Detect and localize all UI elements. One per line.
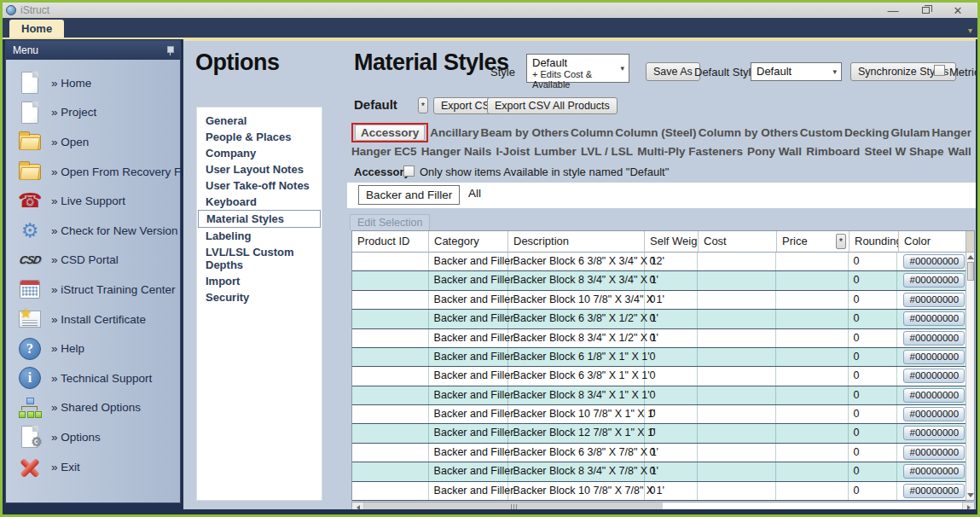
cell-cost[interactable] bbox=[698, 482, 776, 500]
cell-rounding[interactable]: 0 bbox=[849, 424, 898, 442]
cell-self_weight[interactable]: 0 bbox=[645, 348, 699, 366]
sidebar-item-open-recovery[interactable]: » Open From Recovery Files bbox=[6, 157, 180, 187]
cell-category[interactable]: Backer and Filler bbox=[429, 291, 508, 309]
table-row[interactable]: Backer and FillerBacker Block 6 3/8" X 1… bbox=[352, 367, 966, 386]
table-row[interactable]: Backer and FillerBacker Block 6 3/8" X 3… bbox=[352, 253, 966, 271]
cell-color[interactable]: #00000000 bbox=[897, 405, 966, 423]
category-tab-custom[interactable]: Custom bbox=[800, 126, 843, 139]
color-button[interactable]: #00000000 bbox=[903, 407, 965, 421]
category-tab-column-steel-[interactable]: Column (Steel) bbox=[615, 126, 696, 139]
cell-category[interactable]: Backer and Filler bbox=[429, 386, 508, 404]
options-item-keyboard[interactable]: Keyboard bbox=[197, 194, 322, 210]
cell-price[interactable] bbox=[776, 444, 849, 462]
options-item-import[interactable]: Import bbox=[197, 273, 322, 289]
category-tab-steel-w-shape[interactable]: Steel W Shape bbox=[864, 145, 943, 158]
save-as-button[interactable]: Save As bbox=[646, 62, 700, 81]
edit-selection-tab[interactable]: Edit Selection bbox=[350, 214, 430, 230]
options-item-security[interactable]: Security bbox=[197, 289, 322, 305]
options-item-user-take-off-notes[interactable]: User Take-off Notes bbox=[197, 177, 322, 194]
metric-checkbox[interactable] bbox=[934, 65, 945, 76]
export-csv-all-products-button[interactable]: Export CSV All Products bbox=[487, 97, 618, 114]
options-item-user-layout-notes[interactable]: User Layout Notes bbox=[197, 161, 322, 177]
cell-cost[interactable] bbox=[698, 424, 776, 442]
cell-rounding[interactable]: 0 bbox=[849, 482, 898, 500]
horizontal-scroll-thumb[interactable] bbox=[364, 502, 663, 509]
category-tab-rimboard[interactable]: Rimboard bbox=[806, 145, 860, 158]
cell-cost[interactable] bbox=[698, 291, 776, 309]
horizontal-scrollbar[interactable] bbox=[351, 502, 975, 509]
subtab-all[interactable]: All bbox=[468, 187, 481, 200]
sidebar-item-options[interactable]: ⚙» Options bbox=[6, 422, 180, 452]
scroll-up-icon[interactable] bbox=[967, 255, 974, 259]
options-item-labeling[interactable]: Labeling bbox=[197, 228, 322, 244]
color-button[interactable]: #00000000 bbox=[903, 311, 965, 326]
cell-price[interactable] bbox=[776, 482, 849, 500]
category-tab-pony-wall[interactable]: Pony Wall bbox=[747, 145, 802, 158]
category-tab-accessory[interactable]: Accessory bbox=[351, 123, 428, 142]
subtab-backer-and-filler[interactable]: Backer and Filler bbox=[358, 185, 460, 205]
cell-self_weight[interactable]: 0 bbox=[645, 271, 699, 289]
cell-color[interactable]: #00000000 bbox=[897, 310, 966, 328]
only-show-available-checkbox[interactable] bbox=[403, 166, 415, 177]
category-tab-hanger[interactable]: Hanger bbox=[931, 126, 971, 139]
cell-category[interactable]: Backer and Filler bbox=[429, 310, 508, 328]
sidebar-item-training-center[interactable]: » iStruct Training Center bbox=[6, 275, 180, 305]
cell-self_weight[interactable]: 0 bbox=[645, 253, 699, 270]
cell-description[interactable]: Backer Block 6 3/8" X 7/8" X 1' bbox=[508, 444, 645, 462]
cell-product_id[interactable] bbox=[352, 348, 429, 366]
table-row[interactable]: Backer and FillerBacker Block 8 3/4" X 3… bbox=[352, 271, 966, 290]
cell-cost[interactable] bbox=[698, 348, 776, 366]
style-dropdown[interactable]: Default + Edits Cost & Available ▾ bbox=[526, 54, 629, 83]
color-button[interactable]: #00000000 bbox=[903, 350, 965, 364]
cell-self_weight[interactable]: 0 bbox=[645, 405, 699, 423]
cell-category[interactable]: Backer and Filler bbox=[429, 405, 508, 423]
cell-product_id[interactable] bbox=[352, 291, 429, 309]
sidebar-item-home[interactable]: » Home bbox=[6, 68, 180, 98]
category-tab-wall[interactable]: Wall bbox=[948, 145, 971, 158]
table-row[interactable]: Backer and FillerBacker Block 8 3/4" X 7… bbox=[352, 462, 966, 481]
close-button[interactable]: ✕ bbox=[942, 3, 974, 18]
category-tab-hanger-nails[interactable]: Hanger Nails bbox=[421, 145, 492, 158]
column-header-color[interactable]: Color bbox=[899, 231, 967, 252]
cell-price[interactable] bbox=[776, 348, 849, 366]
price-star-button[interactable]: * bbox=[836, 234, 846, 249]
sidebar-item-shared-options[interactable]: » Shared Options bbox=[6, 393, 180, 423]
cell-rounding[interactable]: 0 bbox=[849, 291, 898, 309]
category-tab-column[interactable]: Column bbox=[571, 126, 613, 139]
cell-color[interactable]: #00000000 bbox=[897, 462, 966, 480]
cell-price[interactable] bbox=[776, 367, 849, 385]
restore-button[interactable] bbox=[909, 3, 942, 18]
sidebar-item-install-certificate[interactable]: ★» Install Certificate bbox=[6, 305, 180, 334]
options-item-material-styles[interactable]: Material Styles bbox=[198, 210, 321, 228]
cell-cost[interactable] bbox=[698, 253, 776, 270]
tab-home[interactable]: Home bbox=[9, 20, 64, 38]
cell-color[interactable]: #00000000 bbox=[897, 253, 966, 270]
cell-price[interactable] bbox=[776, 271, 849, 289]
ribbon-collapse-icon[interactable]: ▾ bbox=[968, 26, 972, 35]
color-button[interactable]: #00000000 bbox=[903, 293, 965, 307]
cell-description[interactable]: Backer Block 6 1/8" X 1" X 1' bbox=[508, 348, 645, 366]
vertical-scroll-thumb[interactable] bbox=[967, 262, 974, 281]
scroll-left-button[interactable] bbox=[352, 502, 364, 509]
category-tab-i-joist[interactable]: I-Joist bbox=[496, 145, 530, 158]
sidebar-item-csd-portal[interactable]: CSD» CSD Portal bbox=[6, 246, 180, 276]
cell-product_id[interactable] bbox=[352, 367, 429, 385]
cell-description[interactable]: Backer Block 12 7/8" X 1" X 1' bbox=[508, 424, 645, 442]
cell-category[interactable]: Backer and Filler bbox=[429, 482, 508, 500]
cell-product_id[interactable] bbox=[352, 444, 429, 462]
cell-price[interactable] bbox=[776, 424, 849, 442]
cell-self_weight[interactable]: 0 bbox=[645, 424, 699, 442]
cell-description[interactable]: Backer Block 8 3/4" X 7/8" X 1' bbox=[508, 462, 645, 480]
category-tab-lumber[interactable]: Lumber bbox=[534, 145, 577, 158]
cell-description[interactable]: Backer Block 6 3/8" X 3/4" X 12' bbox=[508, 253, 645, 270]
cell-self_weight[interactable]: 0 bbox=[645, 291, 699, 309]
color-button[interactable]: #00000000 bbox=[903, 388, 965, 403]
cell-self_weight[interactable]: 0 bbox=[645, 444, 699, 462]
cell-description[interactable]: Backer Block 8 3/4" X 1/2" X 1' bbox=[508, 329, 645, 347]
category-tab-ancillary[interactable]: Ancillary bbox=[430, 126, 478, 139]
table-row[interactable]: Backer and FillerBacker Block 8 3/4" X 1… bbox=[352, 329, 966, 348]
cell-cost[interactable] bbox=[698, 444, 776, 462]
cell-product_id[interactable] bbox=[352, 253, 429, 270]
cell-cost[interactable] bbox=[698, 462, 776, 480]
cell-product_id[interactable] bbox=[352, 310, 429, 328]
